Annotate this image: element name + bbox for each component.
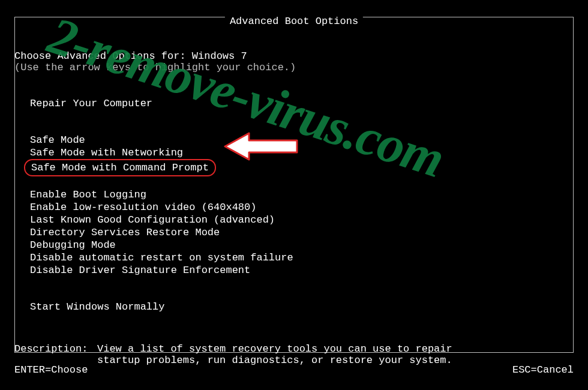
footer-enter: ENTER=Choose — [14, 364, 88, 376]
option-repair-your-computer[interactable]: Repair Your Computer — [30, 97, 574, 110]
body-content: Choose Advanced Options for: Windows 7 (… — [14, 50, 574, 366]
option-debugging-mode[interactable]: Debugging Mode — [30, 239, 574, 251]
header-line2: (Use the arrow keys to highlight your ch… — [14, 62, 574, 73]
option-low-res-video[interactable]: Enable low-resolution video (640x480) — [30, 201, 574, 214]
option-safe-mode-networking[interactable]: Safe Mode with Networking — [30, 146, 574, 159]
option-directory-services-restore[interactable]: Directory Services Restore Mode — [30, 226, 574, 239]
option-safe-mode-command-prompt[interactable]: Safe Mode with Command Prompt — [24, 159, 216, 176]
option-enable-boot-logging[interactable]: Enable Boot Logging — [30, 188, 574, 201]
option-start-windows-normally[interactable]: Start Windows Normally — [30, 301, 574, 313]
option-disable-auto-restart[interactable]: Disable automatic restart on system fail… — [30, 251, 574, 264]
description-row: Description: View a list of system recov… — [14, 343, 574, 366]
description-line1: View a list of system recovery tools you… — [97, 343, 574, 355]
page-title: Advanced Boot Options — [225, 16, 363, 27]
description-text: View a list of system recovery tools you… — [97, 343, 574, 366]
header-line1: Choose Advanced Options for: Windows 7 — [14, 50, 574, 62]
option-safe-mode[interactable]: Safe Mode — [30, 134, 574, 146]
option-last-known-good[interactable]: Last Known Good Configuration (advanced) — [30, 214, 574, 226]
options-group: Repair Your Computer Safe Mode Safe Mode… — [30, 97, 574, 313]
footer-bar: ENTER=Choose ESC=Cancel — [14, 364, 574, 376]
footer-esc: ESC=Cancel — [512, 364, 574, 376]
description-label: Description: — [14, 343, 97, 366]
option-disable-driver-sig[interactable]: Disable Driver Signature Enforcement — [30, 264, 574, 277]
